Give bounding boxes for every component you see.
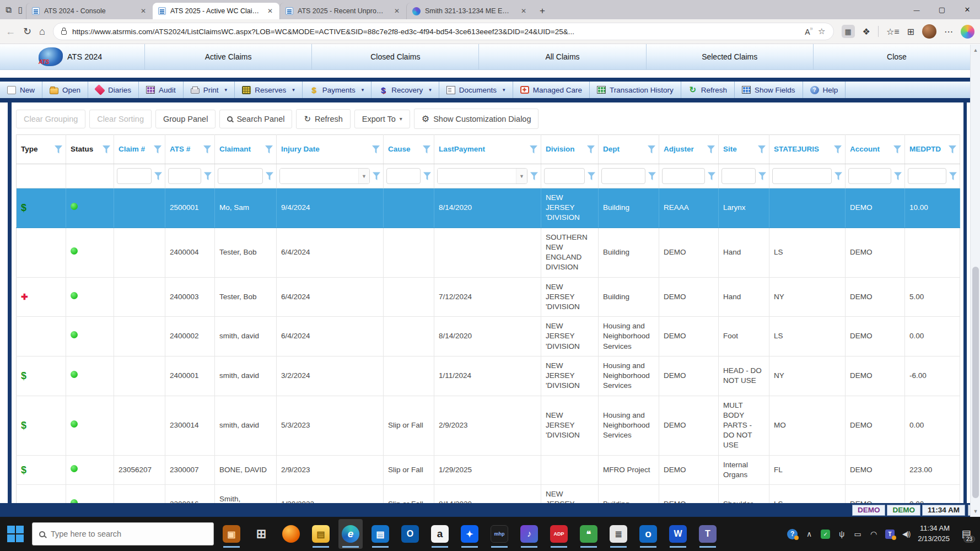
- column-label-injury_date[interactable]: Injury Date: [281, 145, 370, 154]
- taskbar-search[interactable]: [32, 522, 214, 545]
- filter-funnel-icon[interactable]: [708, 172, 715, 180]
- column-header-medptd[interactable]: MEDPTD: [905, 135, 960, 164]
- chevron-up-icon[interactable]: [805, 530, 814, 538]
- filter-funnel-icon[interactable]: [834, 172, 842, 180]
- column-label-adjuster[interactable]: Adjuster: [664, 145, 705, 154]
- filter-funnel-icon[interactable]: [893, 145, 901, 154]
- nav-item-closed-claims[interactable]: Closed Claims: [311, 44, 478, 69]
- nav-item-all-claims[interactable]: All Claims: [478, 44, 645, 69]
- search-input[interactable]: [51, 530, 207, 538]
- favorite-star-icon[interactable]: ☆: [818, 26, 825, 36]
- taskbar-app-notepad[interactable]: [606, 519, 631, 549]
- filter-funnel-icon[interactable]: [758, 145, 766, 154]
- workspaces-icon[interactable]: ⧉: [6, 5, 12, 15]
- taskbar-app-chat[interactable]: [577, 519, 601, 549]
- taskbar-app-mhp[interactable]: [487, 519, 511, 549]
- column-header-account[interactable]: Account: [846, 135, 905, 164]
- column-label-division[interactable]: Division: [546, 145, 585, 154]
- column-label-medptd[interactable]: MEDPTD: [909, 145, 946, 154]
- nav-item-active-claims[interactable]: Active Claims: [144, 44, 311, 69]
- filter-input-medptd[interactable]: [908, 168, 946, 184]
- filter-funnel-icon[interactable]: [103, 145, 110, 154]
- nav-item-close[interactable]: Close: [813, 44, 980, 69]
- taskbar-app-adp[interactable]: [547, 519, 571, 549]
- filter-funnel-icon[interactable]: [530, 145, 537, 154]
- column-header-statejuris[interactable]: STATEJURIS: [769, 135, 846, 164]
- browser-tab[interactable]: ATS 2024 - Console✕: [26, 3, 153, 19]
- filter-input-division[interactable]: [544, 168, 585, 184]
- taskbar-app-task-view[interactable]: [249, 519, 273, 549]
- taskbar-app-outlook-mail[interactable]: [636, 519, 660, 549]
- tab-close-icon[interactable]: ✕: [265, 6, 275, 16]
- favorites-icon[interactable]: ☆≡: [886, 26, 900, 37]
- filter-funnel-icon[interactable]: [834, 145, 842, 154]
- filter-funnel-icon[interactable]: [894, 172, 902, 180]
- taskbar-app-briefcase[interactable]: [219, 519, 244, 549]
- search-panel-button[interactable]: Search Panel: [219, 110, 292, 128]
- print-button[interactable]: Print▾: [184, 82, 235, 98]
- read-aloud-icon[interactable]: A: [805, 27, 812, 36]
- filter-funnel-icon[interactable]: [588, 172, 595, 180]
- column-label-statejuris[interactable]: STATEJURIS: [774, 145, 832, 154]
- maximize-icon[interactable]: [929, 0, 955, 19]
- url-text[interactable]: https://www.atsrmis.com/ATS2024/ListClai…: [72, 28, 799, 36]
- chevron-down-icon[interactable]: ▾: [362, 87, 364, 93]
- minimize-icon[interactable]: [904, 0, 929, 19]
- filter-combo-last_payment[interactable]: ▼: [437, 168, 527, 184]
- chevron-down-icon[interactable]: ▾: [225, 87, 228, 93]
- filter-funnel-icon[interactable]: [648, 145, 655, 154]
- chevron-down-icon[interactable]: ▾: [429, 87, 432, 93]
- filter-input-adjuster[interactable]: [662, 168, 705, 184]
- column-label-site[interactable]: Site: [723, 145, 756, 154]
- help-button[interactable]: Help: [803, 82, 846, 98]
- column-header-last_payment[interactable]: LastPayment: [434, 135, 541, 164]
- column-header-site[interactable]: Site: [719, 135, 769, 164]
- browser-tab[interactable]: ATS 2025 - Active WC Claims✕: [153, 3, 279, 19]
- filter-funnel-icon[interactable]: [587, 145, 595, 154]
- taskbar-app-word[interactable]: [666, 519, 690, 549]
- extensions-icon[interactable]: ❖: [863, 26, 870, 37]
- start-button[interactable]: [4, 523, 26, 545]
- filter-input-cause[interactable]: [386, 168, 421, 184]
- filter-input-claim[interactable]: [117, 168, 152, 184]
- table-row[interactable]: 230562072300007BONE, DAVID2/9/2023Slip o…: [17, 455, 960, 484]
- combo-dropdown-icon[interactable]: ▼: [516, 169, 527, 183]
- refresh-button[interactable]: Refresh: [681, 82, 735, 98]
- filter-input-dept[interactable]: [601, 168, 645, 184]
- filter-funnel-icon[interactable]: [707, 145, 715, 154]
- taskbar-app-media-player[interactable]: [517, 519, 541, 549]
- tab-close-icon[interactable]: ✕: [138, 6, 148, 16]
- filter-funnel-icon[interactable]: [372, 145, 380, 154]
- taskbar-app-outlook[interactable]: [398, 519, 422, 549]
- column-header-dept[interactable]: Dept: [599, 135, 659, 164]
- column-label-ats[interactable]: ATS #: [170, 145, 201, 154]
- open-button[interactable]: Open: [42, 82, 88, 98]
- taskbar-app-teams[interactable]: [696, 519, 720, 549]
- extension-badge-icon[interactable]: [842, 25, 855, 38]
- battery-icon[interactable]: [853, 530, 862, 538]
- column-header-claim[interactable]: Claim #: [114, 135, 165, 164]
- teams-status-icon[interactable]: [885, 530, 895, 539]
- refresh-page-icon[interactable]: ↻: [23, 25, 31, 37]
- filter-funnel-icon[interactable]: [266, 172, 273, 180]
- column-header-adjuster[interactable]: Adjuster: [659, 135, 719, 164]
- browser-tab[interactable]: ATS 2025 - Recent Unpromoted F✕: [279, 3, 406, 19]
- filter-input-site[interactable]: [721, 168, 756, 184]
- filter-input-ats[interactable]: [168, 168, 201, 184]
- diaries-button[interactable]: Diaries: [88, 82, 139, 98]
- speaker-icon[interactable]: [902, 530, 911, 538]
- filter-funnel-icon[interactable]: [204, 172, 212, 180]
- taskbar-clock[interactable]: 11:34 AM 2/13/2025: [918, 523, 950, 544]
- help-icon[interactable]: [787, 529, 798, 539]
- filter-funnel-icon[interactable]: [423, 145, 430, 154]
- managed-care-button[interactable]: Managed Care: [513, 82, 590, 98]
- column-label-claimant[interactable]: Claimant: [219, 145, 263, 154]
- transaction-history-button[interactable]: Transaction History: [590, 82, 681, 98]
- filter-funnel-icon[interactable]: [154, 172, 162, 180]
- tab-close-icon[interactable]: ✕: [519, 6, 529, 16]
- table-row[interactable]: 2300016Smith, Jonathan1/30/2023Slip or F…: [17, 485, 960, 503]
- taskbar-app-edge[interactable]: [338, 519, 363, 549]
- profile-avatar[interactable]: [922, 24, 936, 39]
- column-header-type[interactable]: Type: [17, 135, 66, 164]
- copilot-icon[interactable]: [961, 25, 974, 39]
